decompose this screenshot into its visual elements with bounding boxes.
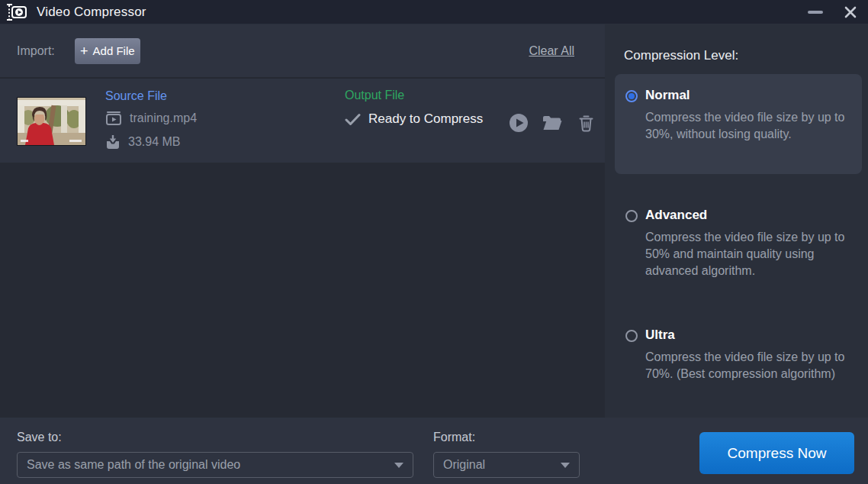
import-toolbar: Import: + Add File Clear All: [0, 24, 605, 77]
radio-normal[interactable]: [625, 90, 638, 102]
file-size-icon: [105, 135, 121, 150]
add-file-button[interactable]: + Add File: [75, 38, 140, 64]
option-ultra-label: Ultra: [645, 328, 853, 343]
open-folder-button[interactable]: [542, 112, 563, 134]
save-to-value: Save as same path of the original video: [27, 458, 394, 472]
clear-all-link[interactable]: Clear All: [529, 44, 574, 58]
close-button[interactable]: [833, 0, 868, 24]
video-thumbnail[interactable]: [17, 97, 86, 146]
video-file-icon: [105, 111, 122, 126]
play-button[interactable]: [508, 112, 529, 134]
app-logo-icon: [6, 2, 27, 22]
status-text: Ready to Compress: [368, 111, 483, 127]
format-value: Original: [443, 458, 561, 472]
file-row: Source File training.mp4 33.94: [0, 79, 605, 163]
minimize-icon: [808, 11, 823, 14]
window-controls: [798, 0, 868, 24]
chevron-down-icon: [561, 463, 570, 468]
delete-button[interactable]: [575, 112, 596, 134]
option-advanced-label: Advanced: [645, 208, 853, 223]
format-label: Format:: [433, 431, 475, 444]
minimize-button[interactable]: [798, 0, 833, 24]
import-label: Import:: [17, 44, 55, 58]
titlebar: Video Compressor: [0, 0, 868, 24]
format-select[interactable]: Original: [433, 452, 580, 478]
file-size: 33.94 MB: [128, 135, 180, 149]
close-icon: [844, 5, 857, 19]
play-circle-icon: [509, 113, 529, 133]
video-compressor-window: Video Compressor Import: + Add File Clea…: [0, 0, 868, 484]
file-list-panel: Import: + Add File Clear All: [0, 24, 605, 418]
window-title: Video Compressor: [37, 5, 146, 20]
compression-option-normal[interactable]: Normal Compress the video file size by u…: [615, 74, 862, 174]
file-name: training.mp4: [130, 111, 197, 125]
file-actions: [508, 112, 596, 134]
save-to-label: Save to:: [17, 431, 62, 444]
option-normal-description: Compress the video file size by up to 30…: [645, 109, 853, 143]
option-ultra-description: Compress the video file size by up to 70…: [645, 349, 853, 382]
plus-icon: +: [80, 44, 88, 58]
add-file-label: Add File: [93, 44, 135, 57]
output-file-label: Output File: [345, 89, 483, 102]
source-file-info: Source File training.mp4 33.94: [105, 89, 197, 150]
save-to-select[interactable]: Save as same path of the original video: [17, 452, 413, 478]
folder-open-icon: [542, 115, 562, 131]
compress-now-button[interactable]: Compress Now: [699, 432, 854, 474]
option-advanced-description: Compress the video file size by up to 50…: [645, 229, 853, 279]
footer-bar: Save to: Save as same path of the origin…: [0, 418, 868, 484]
trash-icon: [579, 115, 593, 132]
radio-ultra[interactable]: [625, 330, 638, 342]
compression-option-advanced[interactable]: Advanced Compress the video file size by…: [615, 208, 862, 279]
compression-panel: Compression Level: Normal Compress the v…: [605, 24, 868, 418]
option-normal-label: Normal: [645, 88, 853, 103]
chevron-down-icon: [394, 463, 403, 468]
source-file-label: Source File: [105, 89, 197, 103]
output-file-info: Output File Ready to Compress: [345, 89, 483, 127]
check-icon: [345, 113, 361, 126]
compression-option-ultra[interactable]: Ultra Compress the video file size by up…: [615, 328, 862, 382]
radio-advanced[interactable]: [625, 210, 638, 222]
compression-heading: Compression Level:: [624, 48, 738, 63]
